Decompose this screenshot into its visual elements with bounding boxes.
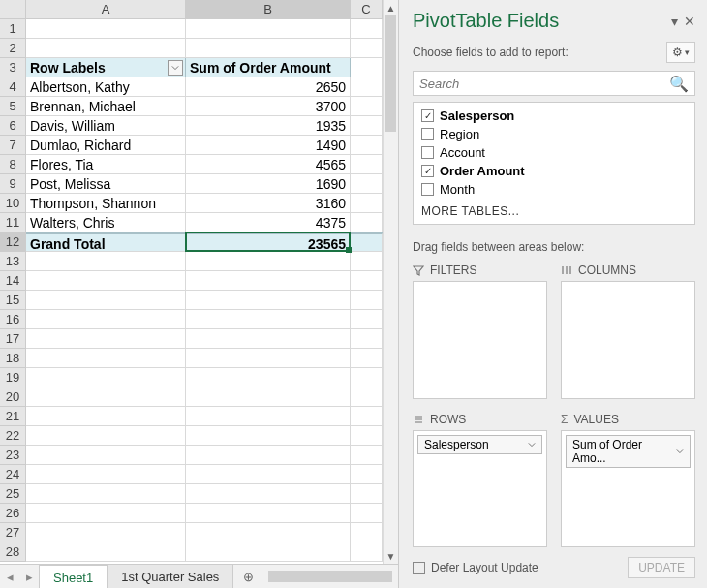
cell[interactable] <box>351 407 383 426</box>
row-header-10[interactable]: 10 <box>0 194 26 213</box>
field-account[interactable]: Account <box>414 143 694 162</box>
pivot-row-label[interactable]: Brennan, Michael <box>26 97 186 116</box>
cell[interactable] <box>351 368 383 387</box>
new-sheet-button[interactable]: ⊕ <box>233 570 262 584</box>
cell[interactable] <box>351 523 383 542</box>
pivot-value-cell[interactable]: 2650 <box>186 77 351 97</box>
pivot-row-label[interactable]: Walters, Chris <box>26 213 186 232</box>
row-header-27[interactable]: 27 <box>0 523 26 542</box>
field-checkbox[interactable] <box>421 165 434 177</box>
cell[interactable] <box>26 542 186 562</box>
cell[interactable] <box>26 271 186 291</box>
rows-pill-salesperson[interactable]: Salesperson <box>417 435 542 454</box>
row-header-11[interactable]: 11 <box>0 213 26 232</box>
cell[interactable] <box>351 542 383 562</box>
row-header-3[interactable]: 3 <box>0 58 26 77</box>
row-header-14[interactable]: 14 <box>0 271 26 291</box>
row-header-25[interactable]: 25 <box>0 484 26 504</box>
cell[interactable] <box>351 116 383 136</box>
col-header-A[interactable]: A <box>26 0 186 19</box>
values-drop-zone[interactable]: Sum of Order Amo... <box>561 430 695 548</box>
row-header-28[interactable]: 28 <box>0 542 26 562</box>
cell[interactable] <box>351 97 383 116</box>
pivot-row-label[interactable]: Davis, William <box>26 116 186 136</box>
cell[interactable] <box>186 446 351 465</box>
cell[interactable] <box>186 19 351 39</box>
cell-grid[interactable]: Row LabelsSum of Order AmountAlbertson, … <box>26 19 383 564</box>
cell[interactable] <box>351 271 383 291</box>
select-all-corner[interactable] <box>0 0 26 19</box>
pivot-value-header[interactable]: Sum of Order Amount <box>186 58 351 77</box>
cell[interactable] <box>351 155 383 174</box>
cell[interactable] <box>26 387 186 407</box>
pivot-row-label[interactable]: Dumlao, Richard <box>26 136 186 155</box>
cell[interactable] <box>26 19 186 39</box>
defer-checkbox[interactable] <box>413 562 425 574</box>
cell[interactable] <box>351 310 383 329</box>
pivot-row-label[interactable]: Thompson, Shannon <box>26 194 186 213</box>
values-pill-sum-order-amount[interactable]: Sum of Order Amo... <box>566 435 691 468</box>
row-header-2[interactable]: 2 <box>0 39 26 58</box>
cell[interactable] <box>26 446 186 465</box>
cell[interactable] <box>351 174 383 194</box>
pivot-row-label[interactable]: Flores, Tia <box>26 155 186 174</box>
cell[interactable] <box>351 77 383 97</box>
update-button[interactable]: UPDATE <box>628 557 695 578</box>
cell[interactable] <box>26 310 186 329</box>
field-region[interactable]: Region <box>414 125 694 143</box>
cell[interactable] <box>351 39 383 58</box>
cell[interactable] <box>186 426 351 446</box>
row-header-1[interactable]: 1 <box>0 19 26 39</box>
cell[interactable] <box>26 329 186 349</box>
cell[interactable] <box>26 39 186 58</box>
row-header-6[interactable]: 6 <box>0 116 26 136</box>
cell[interactable] <box>26 349 186 368</box>
scroll-up-icon[interactable]: ▲ <box>384 0 398 15</box>
cell[interactable] <box>351 194 383 213</box>
pivot-value-cell[interactable]: 3160 <box>186 194 351 213</box>
pivot-row-label[interactable]: Albertson, Kathy <box>26 77 186 97</box>
cell[interactable] <box>351 349 383 368</box>
cell[interactable] <box>351 291 383 310</box>
cell[interactable] <box>26 368 186 387</box>
row-header-18[interactable]: 18 <box>0 349 26 368</box>
cell[interactable] <box>186 329 351 349</box>
col-header-C[interactable]: C <box>351 0 383 19</box>
field-search-box[interactable]: 🔍 <box>413 71 695 96</box>
row-header-20[interactable]: 20 <box>0 387 26 407</box>
cell[interactable] <box>186 271 351 291</box>
cell[interactable] <box>186 465 351 484</box>
cell[interactable] <box>186 484 351 504</box>
cell[interactable] <box>186 291 351 310</box>
row-labels-filter-button[interactable] <box>168 60 183 76</box>
row-header-15[interactable]: 15 <box>0 291 26 310</box>
field-order-amount[interactable]: Order Amount <box>414 162 694 180</box>
cell[interactable] <box>351 426 383 446</box>
field-checkbox[interactable] <box>421 109 434 122</box>
cell[interactable] <box>351 465 383 484</box>
row-header-9[interactable]: 9 <box>0 174 26 194</box>
cell[interactable] <box>186 387 351 407</box>
cell[interactable] <box>351 484 383 504</box>
cell[interactable] <box>186 252 351 271</box>
tab-sheet1[interactable]: Sheet1 <box>39 565 108 589</box>
tab-1st-quarter-sales[interactable]: 1st Quarter Sales <box>108 565 233 589</box>
pivot-value-cell[interactable]: 1690 <box>186 174 351 194</box>
pivot-value-cell[interactable]: 1490 <box>186 136 351 155</box>
cell[interactable] <box>186 542 351 562</box>
cell[interactable] <box>186 39 351 58</box>
col-header-B[interactable]: B <box>186 0 351 19</box>
cell[interactable] <box>26 426 186 446</box>
row-header-21[interactable]: 21 <box>0 407 26 426</box>
row-header-16[interactable]: 16 <box>0 310 26 329</box>
row-header-26[interactable]: 26 <box>0 504 26 523</box>
cell[interactable] <box>186 504 351 523</box>
row-header-5[interactable]: 5 <box>0 97 26 116</box>
cell[interactable] <box>26 407 186 426</box>
row-header-13[interactable]: 13 <box>0 252 26 271</box>
cell[interactable] <box>351 504 383 523</box>
cell[interactable] <box>351 213 383 232</box>
row-header-22[interactable]: 22 <box>0 426 26 446</box>
field-checkbox[interactable] <box>421 183 434 196</box>
cell[interactable] <box>26 504 186 523</box>
